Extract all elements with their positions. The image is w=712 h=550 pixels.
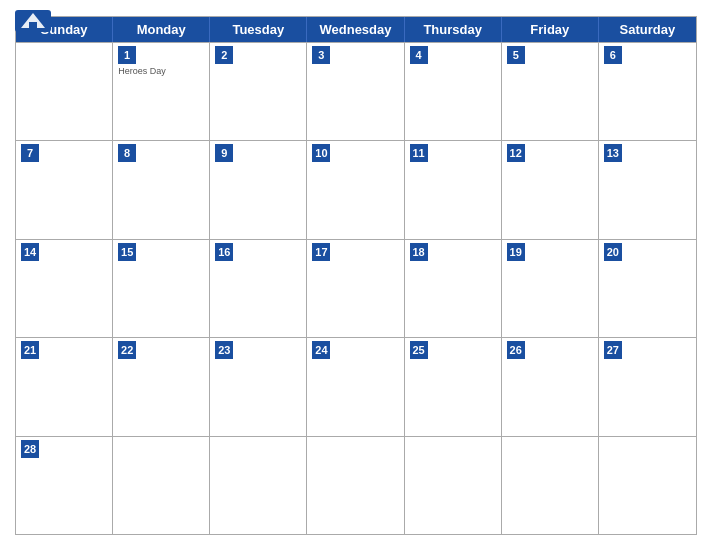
day-cell: 25 xyxy=(405,338,502,435)
day-header-friday: Friday xyxy=(502,17,599,42)
day-number: 3 xyxy=(312,46,330,64)
generalblue-logo xyxy=(15,10,51,33)
day-cell xyxy=(307,437,404,534)
calendar-container: SundayMondayTuesdayWednesdayThursdayFrid… xyxy=(0,0,712,550)
day-cell: 22 xyxy=(113,338,210,435)
day-cell: 13 xyxy=(599,141,696,238)
logo-icon xyxy=(15,10,51,32)
day-cell: 1Heroes Day xyxy=(113,43,210,140)
day-header-saturday: Saturday xyxy=(599,17,696,42)
day-cell: 5 xyxy=(502,43,599,140)
day-cell: 2 xyxy=(210,43,307,140)
day-cell: 7 xyxy=(16,141,113,238)
day-cell: 14 xyxy=(16,240,113,337)
day-number: 21 xyxy=(21,341,39,359)
day-cell xyxy=(405,437,502,534)
day-cell: 18 xyxy=(405,240,502,337)
day-cell: 15 xyxy=(113,240,210,337)
day-cell: 19 xyxy=(502,240,599,337)
day-cell: 24 xyxy=(307,338,404,435)
day-cell: 6 xyxy=(599,43,696,140)
day-number: 28 xyxy=(21,440,39,458)
day-cell xyxy=(113,437,210,534)
day-number: 8 xyxy=(118,144,136,162)
svg-rect-2 xyxy=(29,22,37,28)
day-number: 6 xyxy=(604,46,622,64)
day-number: 23 xyxy=(215,341,233,359)
holiday-label: Heroes Day xyxy=(118,66,204,77)
day-header-thursday: Thursday xyxy=(405,17,502,42)
day-number: 22 xyxy=(118,341,136,359)
day-cell xyxy=(502,437,599,534)
day-number: 20 xyxy=(604,243,622,261)
day-number: 1 xyxy=(118,46,136,64)
day-number: 11 xyxy=(410,144,428,162)
day-number: 10 xyxy=(312,144,330,162)
day-number: 12 xyxy=(507,144,525,162)
week-row-2: 14151617181920 xyxy=(16,239,696,337)
day-cell xyxy=(599,437,696,534)
calendar-grid: SundayMondayTuesdayWednesdayThursdayFrid… xyxy=(15,16,697,535)
day-cell: 10 xyxy=(307,141,404,238)
day-header-tuesday: Tuesday xyxy=(210,17,307,42)
day-number: 27 xyxy=(604,341,622,359)
week-row-0: 1Heroes Day23456 xyxy=(16,42,696,140)
day-header-monday: Monday xyxy=(113,17,210,42)
day-number: 24 xyxy=(312,341,330,359)
day-cell: 4 xyxy=(405,43,502,140)
day-cell: 3 xyxy=(307,43,404,140)
week-row-3: 21222324252627 xyxy=(16,337,696,435)
day-cell: 8 xyxy=(113,141,210,238)
day-number: 13 xyxy=(604,144,622,162)
day-number: 14 xyxy=(21,243,39,261)
day-cell: 17 xyxy=(307,240,404,337)
day-cell: 12 xyxy=(502,141,599,238)
day-number: 4 xyxy=(410,46,428,64)
day-number: 17 xyxy=(312,243,330,261)
week-row-4: 28 xyxy=(16,436,696,534)
week-row-1: 78910111213 xyxy=(16,140,696,238)
day-number: 5 xyxy=(507,46,525,64)
day-cell: 26 xyxy=(502,338,599,435)
day-cell: 11 xyxy=(405,141,502,238)
day-headers-row: SundayMondayTuesdayWednesdayThursdayFrid… xyxy=(16,17,696,42)
day-number: 2 xyxy=(215,46,233,64)
day-number: 16 xyxy=(215,243,233,261)
day-header-wednesday: Wednesday xyxy=(307,17,404,42)
day-number: 19 xyxy=(507,243,525,261)
day-number: 7 xyxy=(21,144,39,162)
day-number: 15 xyxy=(118,243,136,261)
day-number: 9 xyxy=(215,144,233,162)
day-cell: 20 xyxy=(599,240,696,337)
day-cell: 21 xyxy=(16,338,113,435)
day-number: 26 xyxy=(507,341,525,359)
day-cell: 28 xyxy=(16,437,113,534)
day-number: 18 xyxy=(410,243,428,261)
day-cell: 9 xyxy=(210,141,307,238)
day-number: 25 xyxy=(410,341,428,359)
day-cell: 16 xyxy=(210,240,307,337)
day-cell: 23 xyxy=(210,338,307,435)
day-cell xyxy=(210,437,307,534)
weeks-container: 1Heroes Day23456789101112131415161718192… xyxy=(16,42,696,534)
day-cell: 27 xyxy=(599,338,696,435)
day-cell xyxy=(16,43,113,140)
